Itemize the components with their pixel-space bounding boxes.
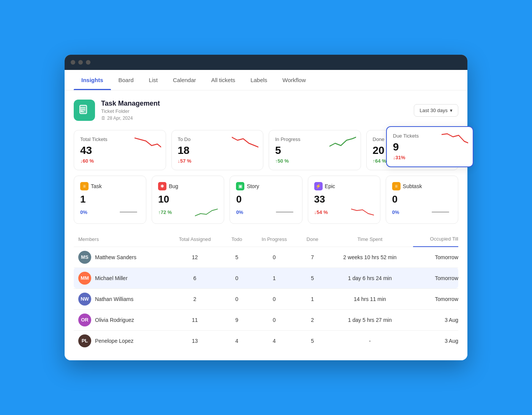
date-filter-dropdown[interactable]: Last 30 days ▾ — [414, 104, 458, 117]
member-cell: MM Michael Miller — [74, 268, 166, 288]
calendar-icon: 🗓 — [101, 116, 106, 121]
stat-change-inprogress: ↑50 % — [275, 158, 355, 164]
date-filter-label: Last 30 days — [420, 108, 448, 113]
chevron-down-icon: ▾ — [450, 108, 453, 113]
type-header-bug: ✱ Bug — [158, 182, 218, 190]
type-card-subtask: ≡ Subtask 0 0% — [386, 176, 458, 224]
time-spent-cell: 1 day 5 hrs 27 min — [327, 309, 413, 330]
type-header-story: ▣ Story — [236, 182, 296, 190]
type-value-epic: 33 — [314, 193, 374, 205]
done-cell: 1 — [298, 288, 327, 309]
type-value-bug: 10 — [158, 193, 218, 205]
epic-icon: ⚡ — [314, 182, 323, 190]
tab-labels[interactable]: Labels — [243, 70, 275, 90]
type-header-subtask: ≡ Subtask — [392, 182, 452, 190]
project-icon — [74, 100, 95, 121]
sparkline-todo — [232, 135, 258, 149]
app-window: Insights Board List Calendar All tickets… — [65, 55, 467, 360]
stat-card-inprogress: In Progress 5 ↑50 % — [269, 130, 361, 170]
tab-insights[interactable]: Insights — [74, 70, 111, 90]
member-name: Michael Miller — [95, 275, 128, 281]
tab-list[interactable]: List — [141, 70, 165, 90]
occupied-till-cell: Tomorrow — [413, 247, 458, 268]
svg-point-5 — [81, 108, 82, 109]
col-done: Done — [298, 233, 327, 247]
table-row[interactable]: NW Nathan Williams 2 0 0 1 14 hrs 11 min… — [74, 288, 458, 309]
project-subtitle: Ticket Folder — [101, 108, 160, 114]
avatar: OR — [78, 314, 91, 326]
member-cell: OR Olivia Rodriguez — [74, 309, 166, 330]
type-label-subtask: Subtask — [403, 183, 422, 189]
stat-change-due: ↓31% — [393, 155, 467, 160]
type-value-task: 1 — [80, 193, 140, 205]
type-card-task: ≡ Task 1 0% — [74, 176, 146, 224]
member-name: Penelope Lopez — [95, 338, 133, 344]
member-cell: PL Penelope Lopez — [74, 330, 166, 351]
avatar: NW — [78, 293, 91, 306]
type-row: ≡ Task 1 0% ✱ Bug 10 ↑72 — [74, 176, 458, 224]
sparkline-total — [135, 135, 161, 149]
col-todo: Todo — [223, 233, 250, 247]
type-change-task: 0% — [80, 209, 87, 215]
task-icon: ≡ — [80, 182, 89, 190]
total-cell: 12 — [166, 247, 223, 268]
project-title: Task Management — [101, 100, 160, 108]
col-total: Total Assigned — [166, 233, 223, 247]
done-cell: 2 — [298, 309, 327, 330]
table-row[interactable]: OR Olivia Rodriguez 11 9 0 2 1 day 5 hrs… — [74, 309, 458, 330]
story-icon: ▣ — [236, 182, 244, 190]
todo-cell: 0 — [223, 268, 250, 288]
inprogress-cell: 0 — [250, 288, 298, 309]
total-cell: 11 — [166, 309, 223, 330]
todo-cell: 9 — [223, 309, 250, 330]
total-cell: 13 — [166, 330, 223, 351]
done-cell: 5 — [298, 330, 327, 351]
header-row: Task Management Ticket Folder 🗓 28 Apr, … — [74, 100, 458, 121]
tab-board[interactable]: Board — [111, 70, 141, 90]
svg-point-6 — [81, 109, 82, 111]
navigation: Insights Board List Calendar All tickets… — [65, 70, 467, 90]
bug-icon: ✱ — [158, 182, 166, 190]
stat-change-todo: ↓57 % — [178, 158, 257, 164]
stat-card-total: Total Tickets 43 ↓60 % — [74, 130, 166, 170]
type-card-epic: ⚡ Epic 33 ↓54 % — [308, 176, 380, 224]
members-table: Members Total Assigned Todo In Progress … — [74, 233, 458, 351]
window-dot-1 — [71, 60, 75, 65]
window-dot-2 — [78, 60, 83, 65]
type-card-bug: ✱ Bug 10 ↑72 % — [152, 176, 224, 224]
todo-cell: 4 — [223, 330, 250, 351]
inprogress-cell: 0 — [250, 247, 298, 268]
tab-calendar[interactable]: Calendar — [165, 70, 204, 90]
type-card-story: ▣ Story 0 0% — [230, 176, 302, 224]
time-spent-cell: 14 hrs 11 min — [327, 288, 413, 309]
type-change-story: 0% — [236, 209, 243, 215]
sparkline-epic — [351, 207, 374, 217]
time-spent-cell: 2 weeks 10 hrs 52 min — [327, 247, 413, 268]
col-members: Members — [74, 233, 166, 247]
sparkline-bug — [195, 207, 218, 217]
col-inprogress: In Progress — [250, 233, 298, 247]
type-value-subtask: 0 — [392, 193, 452, 205]
table-row[interactable]: PL Penelope Lopez 13 4 4 5 - 3 Aug — [74, 330, 458, 351]
project-date: 🗓 28 Apr, 2024 — [101, 116, 160, 121]
total-cell: 6 — [166, 268, 223, 288]
sparkline-inprogress — [329, 135, 356, 149]
project-info: Task Management Ticket Folder 🗓 28 Apr, … — [74, 100, 160, 121]
sparkline-subtask — [429, 207, 452, 217]
avatar: MS — [78, 251, 91, 264]
done-cell: 5 — [298, 268, 327, 288]
sparkline-story — [273, 207, 296, 217]
type-change-subtask: 0% — [392, 209, 399, 215]
inprogress-cell: 1 — [250, 268, 298, 288]
member-name: Olivia Rodriguez — [95, 317, 134, 323]
project-details: Task Management Ticket Folder 🗓 28 Apr, … — [101, 100, 160, 121]
table-body: MS Matthew Sanders 12 5 0 7 2 weeks 10 h… — [74, 247, 458, 351]
table-row[interactable]: MM Michael Miller 6 0 1 5 1 day 6 hrs 24… — [74, 268, 458, 288]
tab-workflow[interactable]: Workflow — [275, 70, 313, 90]
inprogress-cell: 0 — [250, 309, 298, 330]
tab-all-tickets[interactable]: All tickets — [204, 70, 243, 90]
table-row[interactable]: MS Matthew Sanders 12 5 0 7 2 weeks 10 h… — [74, 247, 458, 268]
type-label-bug: Bug — [169, 183, 178, 189]
member-cell: NW Nathan Williams — [74, 288, 166, 309]
occupied-till-cell: 3 Aug — [413, 330, 458, 351]
